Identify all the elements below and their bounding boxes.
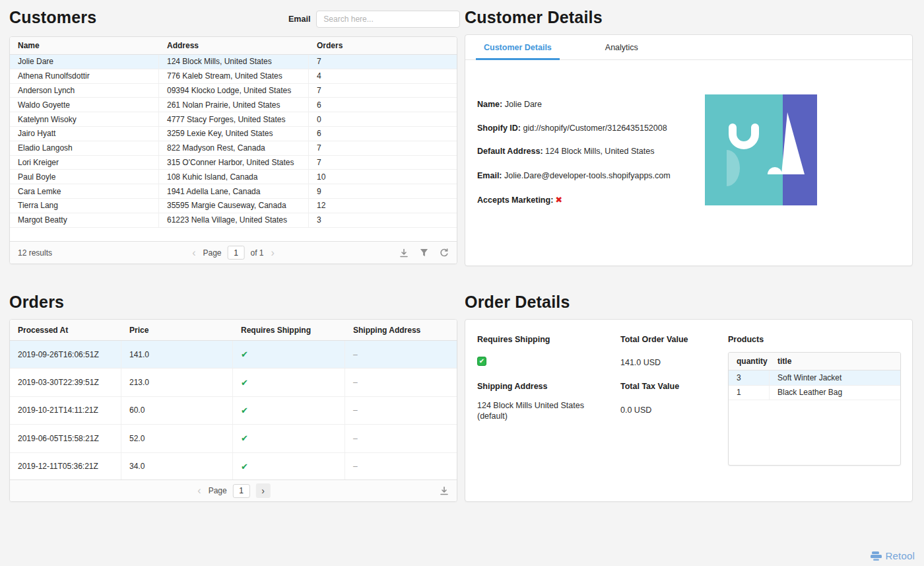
table-row[interactable]: 2019-09-26T16:06:51Z141.0✔–: [10, 341, 457, 369]
column-header-quantity[interactable]: quantity: [729, 357, 770, 366]
tab-customer-details[interactable]: Customer Details: [476, 35, 560, 59]
table-row[interactable]: 2019-12-11T05:36:21Z34.0✔–: [10, 453, 457, 479]
table-row[interactable]: Paul Boyle108 Kuhic Island, Canada10: [10, 170, 457, 184]
cell-address: 124 Block Mills, United States: [159, 55, 309, 69]
cell-requires-shipping: ✔: [233, 341, 345, 368]
cell-name: Jolie Dare: [10, 55, 159, 69]
customer-details-panel: Customer Details Analytics Name: Jolie D…: [465, 34, 913, 266]
table-row[interactable]: Tierra Lang35595 Margie Causeway, Canada…: [10, 199, 457, 213]
download-icon[interactable]: [399, 248, 409, 258]
next-page-icon[interactable]: ›: [256, 483, 271, 498]
customer-details-tabs: Customer Details Analytics: [465, 35, 912, 60]
table-row[interactable]: Lori Kreiger315 O'Conner Harbor, United …: [10, 156, 457, 170]
total-order-value-label: Total Order Value: [620, 335, 688, 344]
customers-pager: ‹ Page of 1 ›: [191, 246, 276, 260]
cell-name: Eladio Langosh: [10, 141, 159, 155]
field-default-address: Default Address: 124 Block Mills, United…: [477, 147, 654, 156]
table-row[interactable]: Athena Runolfsdottir776 Kaleb Stream, Un…: [10, 69, 457, 84]
column-header-shipping-address[interactable]: Shipping Address: [345, 326, 457, 335]
column-header-title[interactable]: title: [770, 357, 900, 366]
table-row[interactable]: 3Soft Winter Jacket: [729, 371, 900, 386]
cell-requires-shipping: ✔: [233, 425, 345, 452]
cell-processed-at: 2019-09-26T16:06:51Z: [10, 341, 121, 368]
cell-quantity: 3: [729, 371, 770, 385]
cell-processed-at: 2019-03-30T22:39:51Z: [10, 369, 121, 396]
shopify-bag-illustration: [705, 94, 817, 205]
next-page-icon[interactable]: ›: [270, 248, 276, 258]
cell-address: 3259 Lexie Key, United States: [159, 127, 309, 141]
customers-table-footer: 12 results ‹ Page of 1 ›: [10, 241, 457, 264]
page-number-input[interactable]: [228, 246, 245, 260]
field-name: Name: Jolie Dare: [477, 100, 542, 109]
cell-name: Athena Runolfsdottir: [10, 69, 159, 83]
page-number-input[interactable]: [233, 484, 250, 498]
column-header-requires-shipping[interactable]: Requires Shipping: [233, 326, 345, 335]
table-row[interactable]: 1Black Leather Bag: [729, 386, 900, 401]
cell-name: Cara Lemke: [10, 184, 159, 198]
table-row[interactable]: Cara Lemke1941 Adella Lane, Canada9: [10, 184, 457, 199]
cell-address: 776 Kaleb Stream, United States: [159, 69, 309, 83]
cell-orders: 0: [309, 112, 457, 126]
cell-name: Tierra Lang: [10, 199, 159, 213]
page-label: Page: [203, 248, 221, 258]
cell-title: Black Leather Bag: [770, 386, 900, 400]
cell-orders: 4: [309, 69, 457, 83]
column-header-orders[interactable]: Orders: [309, 41, 457, 50]
retool-logo[interactable]: Retool: [871, 550, 915, 561]
column-header-price[interactable]: Price: [121, 326, 233, 335]
cell-processed-at: 2019-10-21T14:11:21Z: [10, 397, 121, 424]
orders-table-body: 2019-09-26T16:06:51Z141.0✔–2019-03-30T22…: [10, 341, 457, 479]
previous-page-icon[interactable]: ‹: [196, 485, 202, 496]
column-header-name[interactable]: Name: [10, 41, 159, 50]
cell-orders: 6: [309, 127, 457, 141]
cell-name: Waldo Goyette: [10, 98, 159, 112]
products-table-body: 3Soft Winter Jacket1Black Leather Bag: [729, 371, 900, 465]
cross-mark-icon: ✖: [555, 195, 562, 205]
cell-address: 108 Kuhic Island, Canada: [159, 170, 309, 184]
cell-name: Paul Boyle: [10, 170, 159, 184]
table-row[interactable]: Jolie Dare124 Block Mills, United States…: [10, 55, 457, 69]
customers-table-header: Name Address Orders: [10, 37, 457, 55]
cell-name: Jairo Hyatt: [10, 127, 159, 141]
total-order-value: 141.0 USD: [620, 358, 661, 367]
table-row[interactable]: Jairo Hyatt3259 Lexie Key, United States…: [10, 127, 457, 141]
cell-shipping-address: –: [345, 453, 457, 479]
refresh-icon[interactable]: [440, 248, 449, 258]
cell-orders: 10: [309, 170, 457, 184]
tab-analytics[interactable]: Analytics: [587, 35, 656, 59]
order-details-panel: Requires Shipping ✔ Shipping Address 124…: [465, 319, 913, 502]
cell-requires-shipping: ✔: [233, 369, 345, 396]
table-row[interactable]: Waldo Goyette261 Nolan Prairie, United S…: [10, 98, 457, 112]
cell-price: 141.0: [121, 341, 233, 368]
download-icon[interactable]: [440, 486, 449, 495]
cell-address: 4777 Stacy Forges, United States: [159, 112, 309, 126]
order-details-content: Requires Shipping ✔ Shipping Address 124…: [465, 320, 912, 501]
previous-page-icon[interactable]: ‹: [191, 248, 197, 258]
column-header-address[interactable]: Address: [159, 41, 309, 50]
table-row[interactable]: Eladio Langosh822 Madyson Rest, Canada7: [10, 141, 457, 156]
table-row[interactable]: 2019-03-30T22:39:51Z213.0✔–: [10, 369, 457, 396]
email-search-input[interactable]: [316, 11, 460, 28]
table-row[interactable]: 2019-10-21T14:11:21Z60.0✔–: [10, 397, 457, 425]
customers-table-body: Jolie Dare124 Block Mills, United States…: [10, 55, 457, 241]
cell-orders: 7: [309, 55, 457, 69]
table-row[interactable]: 2019-06-05T15:58:21Z52.0✔–: [10, 425, 457, 452]
total-tax-value-label: Total Tax Value: [620, 382, 679, 391]
cell-orders: 7: [309, 156, 457, 170]
cell-processed-at: 2019-06-05T15:58:21Z: [10, 425, 121, 452]
cell-name: Lori Kreiger: [10, 156, 159, 170]
filter-icon[interactable]: [420, 248, 428, 257]
customer-avatar: [705, 94, 817, 205]
table-row[interactable]: Margot Beatty61223 Nella Village, United…: [10, 213, 457, 228]
cell-requires-shipping: ✔: [233, 453, 345, 479]
cell-price: 34.0: [121, 453, 233, 479]
table-row[interactable]: Anderson Lynch09394 Klocko Lodge, United…: [10, 84, 457, 98]
table-row[interactable]: Katelynn Wisoky4777 Stacy Forges, United…: [10, 112, 457, 127]
cell-title: Soft Winter Jacket: [770, 371, 900, 385]
column-header-processed-at[interactable]: Processed At: [10, 326, 121, 335]
cell-address: 315 O'Conner Harbor, United States: [159, 156, 309, 170]
cell-address: 61223 Nella Village, United States: [159, 213, 309, 227]
total-tax-value: 0.0 USD: [620, 406, 651, 415]
retool-wordmark: Retool: [885, 550, 915, 561]
field-email: Email: Jolie.Dare@developer-tools.shopif…: [477, 171, 671, 180]
